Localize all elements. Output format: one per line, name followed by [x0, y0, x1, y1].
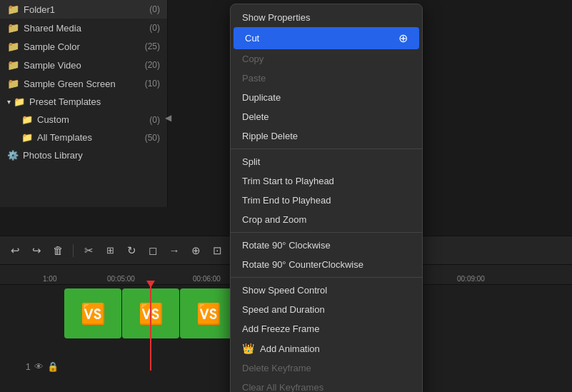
redo-button[interactable]: ↪: [29, 243, 44, 258]
sidebar-item-label: Sample Video: [24, 60, 81, 71]
clip-thumb-3: 🆚: [180, 288, 237, 338]
crop-button[interactable]: ⊞: [102, 243, 118, 258]
ruler-mark-2: 00:05:00: [107, 265, 135, 285]
sidebar-item-count: (20): [145, 60, 160, 70]
ctx-speed-control[interactable]: Show Speed Control: [231, 281, 422, 300]
sidebar-item-label: Shared Media: [24, 23, 81, 34]
clip-1[interactable]: 🆚: [64, 288, 121, 338]
sidebar-item-label: Photos Library: [23, 150, 83, 161]
folder-icon: 📁: [7, 4, 19, 15]
ctx-trim-start[interactable]: Trim Start to Playhead: [231, 171, 422, 191]
delete-button[interactable]: 🗑: [50, 243, 66, 258]
clip-3[interactable]: 🆚: [180, 288, 237, 338]
cursor-move-icon: ⊕: [398, 31, 408, 45]
sidebar-item-count: (0): [149, 23, 160, 33]
sidebar-item-count: (25): [145, 41, 160, 51]
sidebar-item-count: (0): [149, 4, 160, 14]
grid-button[interactable]: ⊡: [209, 243, 225, 258]
folder-icon: 📁: [7, 41, 19, 52]
ctx-freeze-frame[interactable]: Add Freeze Frame: [231, 319, 422, 338]
folder-icon: 📁: [7, 59, 19, 71]
folder-icon: 📁: [21, 114, 33, 125]
sidebar-item-all-templates[interactable]: 📁 All Templates (50): [0, 129, 167, 146]
ctx-trim-end[interactable]: Trim End to Playhead: [231, 191, 422, 210]
ruler-mark-6: 00:09:00: [457, 265, 485, 285]
ruler-mark-3: 00:06:00: [193, 265, 221, 285]
chevron-down-icon: ▾: [7, 98, 11, 106]
folder-icon: 📁: [14, 96, 25, 107]
sidebar-item-photos-library[interactable]: ⚙️ Photos Library: [0, 146, 167, 164]
clip-thumb-1: 🆚: [64, 288, 121, 338]
sidebar-collapse-arrow[interactable]: ◀: [163, 111, 173, 125]
arrow-button[interactable]: →: [166, 243, 182, 258]
lock-icon[interactable]: 🔒: [47, 361, 59, 372]
ctx-speed-duration[interactable]: Speed and Duration: [231, 300, 422, 319]
ctx-duplicate[interactable]: Duplicate: [231, 88, 422, 107]
ctx-rotate-cw[interactable]: Rotate 90° Clockwise: [231, 236, 422, 255]
ruler-mark-1: 1:00: [43, 265, 56, 285]
sidebar-item-label: Sample Color: [24, 41, 80, 52]
ctx-ripple-delete[interactable]: Ripple Delete: [231, 126, 422, 146]
sidebar-item-label: All Templates: [37, 132, 92, 143]
gear-icon: ⚙️: [7, 150, 19, 161]
sidebar-item-sample-green[interactable]: 📁 Sample Green Screen (10): [0, 74, 167, 93]
sidebar-item-sample-color[interactable]: 📁 Sample Color (25): [0, 37, 167, 56]
ctx-separator-1: [231, 149, 422, 149]
rotate-button[interactable]: ↻: [124, 243, 139, 258]
undo-button[interactable]: ↩: [7, 243, 23, 258]
context-menu: Show Properties Cut ⊕ Copy Paste Duplica…: [230, 4, 423, 392]
ctx-copy: Copy: [231, 49, 422, 69]
eye-icon[interactable]: 👁: [34, 361, 44, 372]
sidebar-item-label: Preset Templates: [29, 96, 101, 107]
sidebar: 📁 Folder1 (0) 📁 Shared Media (0) 📁 Sampl…: [0, 0, 168, 207]
sidebar-item-preset-templates[interactable]: ▾ 📁 Preset Templates: [0, 93, 167, 111]
sidebar-item-sample-video[interactable]: 📁 Sample Video (20): [0, 56, 167, 74]
folder-icon: 📁: [7, 78, 19, 89]
ctx-split[interactable]: Split: [231, 152, 422, 171]
track-number: 1: [26, 361, 31, 372]
ctx-separator-2: [231, 232, 422, 233]
crown-icon: 👑: [242, 343, 254, 354]
ctx-show-properties[interactable]: Show Properties: [231, 8, 422, 27]
sidebar-item-label: Folder1: [24, 4, 55, 15]
track-label-video: 1 👁 🔒: [0, 341, 64, 391]
sidebar-item-custom[interactable]: 📁 Custom (0): [0, 111, 167, 129]
ctx-separator-3: [231, 277, 422, 278]
toolbar-separator: [73, 244, 74, 257]
add-button[interactable]: ⊕: [188, 243, 204, 258]
transform-button[interactable]: ◻: [145, 243, 161, 258]
ctx-rotate-ccw[interactable]: Rotate 90° CounterClockwise: [231, 255, 422, 274]
folder-icon: 📁: [21, 132, 33, 143]
sidebar-item-count: (50): [145, 133, 160, 143]
ctx-delete-keyframe: Delete Keyframe: [231, 358, 422, 378]
playhead[interactable]: [150, 285, 151, 371]
sidebar-item-count: (10): [145, 79, 160, 89]
sidebar-item-count: (0): [149, 115, 160, 125]
cut-button[interactable]: ✂: [81, 243, 96, 258]
sidebar-item-folder1[interactable]: 📁 Folder1 (0): [0, 0, 167, 19]
ctx-cut[interactable]: Cut ⊕: [234, 27, 419, 49]
sidebar-item-label: Custom: [37, 114, 69, 125]
sidebar-item-label: Sample Green Screen: [24, 79, 116, 89]
ctx-crop-zoom[interactable]: Crop and Zoom: [231, 210, 422, 229]
folder-icon: 📁: [7, 22, 19, 34]
ctx-add-animation[interactable]: 👑 Add Animation: [231, 338, 422, 358]
ctx-clear-keyframes: Clear All Keyframes: [231, 378, 422, 392]
ctx-delete[interactable]: Delete: [231, 107, 422, 126]
sidebar-item-shared-media[interactable]: 📁 Shared Media (0): [0, 19, 167, 37]
ctx-paste: Paste: [231, 69, 422, 88]
